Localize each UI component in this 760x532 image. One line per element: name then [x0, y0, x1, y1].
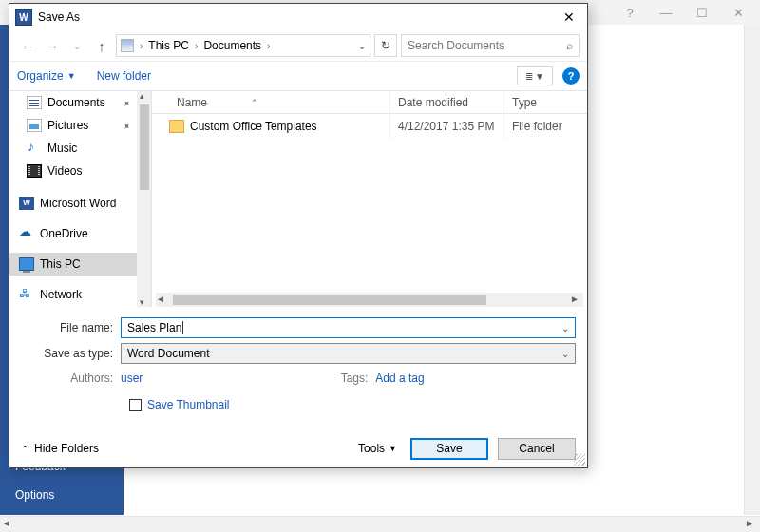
chevron-right-icon[interactable]: ›	[140, 41, 142, 51]
scrollbar-thumb[interactable]	[140, 104, 149, 190]
scroll-up-icon[interactable]: ▴	[140, 91, 144, 101]
search-input[interactable]: Search Documents ⌕	[401, 34, 580, 57]
tree-item-word[interactable]: W Microsoft Word	[10, 192, 151, 215]
pin-icon[interactable]: ✦	[120, 96, 132, 109]
sort-indicator-icon: ⌃	[251, 98, 258, 107]
save-form: File name: Sales Plan ⌄ Save as type: Wo…	[10, 307, 587, 419]
dialog-title: Save As	[38, 10, 555, 24]
authors-label: Authors:	[21, 371, 121, 385]
nav-forward-icon[interactable]: →	[42, 35, 63, 56]
chevron-down-icon[interactable]: ⌄	[561, 349, 569, 359]
organize-toolbar: Organize ▼ New folder ≣ ▼ ?	[10, 61, 587, 91]
sidebar-options[interactable]: Options	[0, 481, 124, 509]
onedrive-icon: ☁	[19, 227, 34, 240]
tags-value[interactable]: Add a tag	[375, 371, 424, 385]
view-mode-button[interactable]: ≣ ▼	[517, 66, 553, 86]
chevron-down-icon: ▼	[67, 71, 76, 81]
file-date: 4/12/2017 1:35 PM	[390, 114, 504, 139]
column-label: Name	[177, 96, 207, 109]
tree-item-videos[interactable]: Videos	[10, 160, 151, 182]
save-thumbnail-checkbox[interactable]: Save Thumbnail	[129, 398, 576, 411]
organize-menu[interactable]: Organize ▼	[17, 69, 76, 83]
word-app-icon: W	[15, 9, 32, 26]
refresh-icon[interactable]: ↻	[374, 34, 397, 57]
nav-up-icon[interactable]: ↑	[91, 35, 112, 56]
tree-item-music[interactable]: Music	[10, 137, 151, 160]
checkbox-icon[interactable]	[129, 399, 142, 411]
chevron-down-icon: ▼	[535, 71, 544, 82]
cancel-button[interactable]: Cancel	[498, 438, 576, 460]
tree-item-thispc[interactable]: This PC	[10, 253, 151, 276]
checkbox-label: Save Thumbnail	[147, 398, 230, 411]
app-vertical-scrollbar[interactable]	[744, 25, 760, 515]
minimize-icon[interactable]: —	[648, 2, 684, 23]
tree-item-documents[interactable]: Documents ✦	[10, 91, 151, 114]
save-button[interactable]: Save	[410, 438, 488, 460]
music-icon	[27, 142, 42, 155]
tree-label: Microsoft Word	[40, 197, 116, 210]
tree-item-onedrive[interactable]: ☁ OneDrive	[10, 222, 151, 245]
nav-toolbar: ← → ⌄ ↑ › This PC › Documents › ⌄ ↻ Sear…	[10, 30, 587, 61]
savetype-label: Save as type:	[21, 347, 121, 360]
column-name[interactable]: Name ⌃	[152, 96, 390, 109]
tree-label: Network	[40, 288, 82, 301]
app-horizontal-scrollbar[interactable]: ◄ ►	[0, 516, 760, 532]
pictures-icon	[27, 119, 42, 132]
address-dropdown-icon[interactable]: ⌄	[358, 41, 366, 51]
resize-grip-icon[interactable]	[574, 454, 585, 466]
new-folder-button[interactable]: New folder	[97, 69, 151, 83]
hide-folders-toggle[interactable]: ⌃ Hide Folders	[21, 442, 99, 455]
chevron-right-icon[interactable]: ›	[195, 41, 198, 51]
close-window-icon[interactable]: ✕	[720, 2, 756, 23]
filelist-horizontal-scrollbar[interactable]: ◄ ►	[156, 293, 583, 307]
hide-folders-label: Hide Folders	[34, 442, 99, 455]
breadcrumb-root[interactable]: This PC	[148, 39, 189, 52]
tree-label: Music	[48, 142, 77, 155]
scroll-down-icon[interactable]: ▾	[140, 297, 144, 307]
scroll-left-icon[interactable]: ◄	[156, 294, 169, 307]
file-type: File folder	[504, 114, 587, 139]
maximize-icon[interactable]: ☐	[684, 2, 720, 23]
scroll-right-icon[interactable]: ►	[745, 518, 758, 531]
tree-item-pictures[interactable]: Pictures ✦	[10, 114, 151, 137]
filename-label: File name:	[21, 321, 121, 334]
file-list: Name ⌃ Date modified Type Custom Office …	[152, 91, 587, 307]
tree-label: Videos	[48, 164, 82, 178]
column-type[interactable]: Type	[504, 91, 587, 113]
videos-icon	[27, 164, 42, 178]
savetype-dropdown[interactable]: Word Document ⌄	[121, 343, 576, 364]
tree-scrollbar[interactable]: ▴ ▾	[137, 91, 151, 307]
tools-menu[interactable]: Tools ▼	[358, 442, 397, 455]
scrollbar-thumb[interactable]	[173, 294, 486, 305]
tools-label: Tools	[358, 442, 385, 455]
scroll-right-icon[interactable]: ►	[570, 294, 583, 307]
breadcrumb-folder[interactable]: Documents	[203, 39, 261, 52]
tree-label: OneDrive	[40, 227, 88, 240]
column-date[interactable]: Date modified	[390, 91, 504, 113]
dialog-close-icon[interactable]: ✕	[555, 8, 583, 27]
nav-back-icon[interactable]: ←	[17, 35, 38, 56]
savetype-value: Word Document	[127, 347, 209, 360]
file-name: Custom Office Templates	[190, 120, 317, 133]
authors-value[interactable]: user	[121, 371, 142, 385]
word-icon: W	[19, 197, 34, 210]
dialog-titlebar: W Save As ✕	[10, 4, 587, 30]
address-breadcrumb[interactable]: › This PC › Documents › ⌄	[116, 34, 370, 57]
chevron-down-icon[interactable]: ⌄	[561, 323, 569, 333]
tree-label: Documents	[48, 96, 105, 109]
search-icon[interactable]: ⌕	[566, 39, 573, 52]
filename-value: Sales Plan	[127, 321, 183, 334]
pin-icon[interactable]: ✦	[120, 119, 132, 132]
file-list-header: Name ⌃ Date modified Type	[152, 91, 587, 114]
tree-item-network[interactable]: 🖧 Network	[10, 283, 151, 306]
filename-input[interactable]: Sales Plan ⌄	[121, 317, 576, 338]
documents-icon	[27, 96, 42, 109]
help-icon[interactable]: ?	[612, 2, 648, 23]
chevron-right-icon[interactable]: ›	[267, 41, 270, 51]
scroll-left-icon[interactable]: ◄	[2, 518, 15, 531]
help-icon[interactable]: ?	[562, 67, 580, 85]
file-row[interactable]: Custom Office Templates 4/12/2017 1:35 P…	[152, 114, 587, 139]
network-icon: 🖧	[19, 288, 34, 301]
chevron-up-icon: ⌃	[21, 444, 28, 454]
recent-dropdown-icon[interactable]: ⌄	[66, 35, 87, 56]
